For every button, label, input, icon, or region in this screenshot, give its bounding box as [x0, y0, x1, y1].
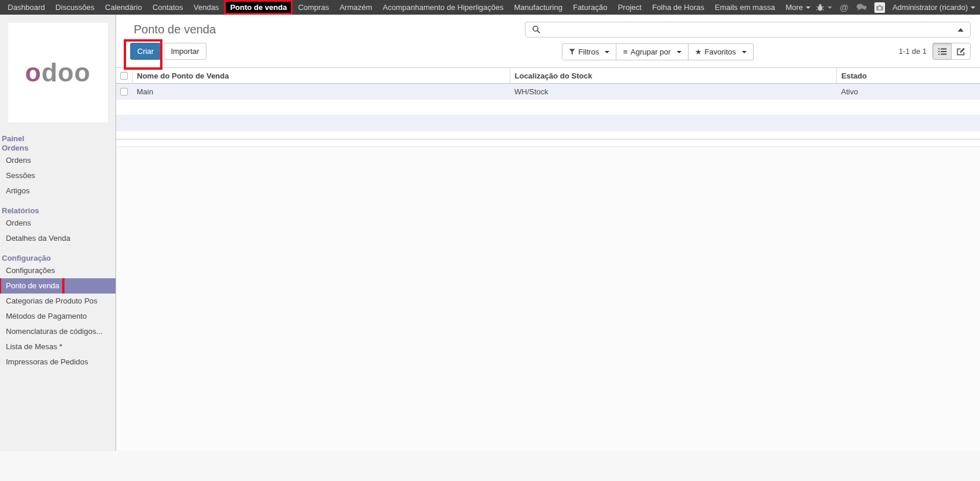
- chevron-down-icon: [806, 6, 811, 9]
- sidebar-item-artigos[interactable]: Artigos: [0, 183, 116, 199]
- view-switcher: [932, 43, 971, 60]
- pager-area: 1-1 de 1: [898, 43, 971, 60]
- row-checkbox[interactable]: [120, 88, 128, 95]
- nav-item-armazem[interactable]: Armazém: [334, 0, 378, 15]
- page-footer-band: [0, 451, 980, 481]
- topbar-right-tools: @ Administrator (ricardo): [816, 0, 980, 15]
- list-view-button[interactable]: [932, 43, 952, 60]
- top-nav-menu: Dashboard Discussões Calendário Contatos…: [0, 0, 816, 15]
- sidebar: odoo Painel Ordens Ordens Sessões Artigo…: [0, 15, 116, 451]
- search-bar[interactable]: [525, 22, 971, 37]
- search-expand-icon[interactable]: [958, 28, 964, 32]
- favorites-button[interactable]: ★ Favoritos: [688, 43, 754, 60]
- chevron-down-icon: [828, 6, 832, 9]
- logo-letter: o: [25, 58, 42, 87]
- action-buttons: Criar Importar: [130, 43, 206, 60]
- sidebar-item-ponto-de-venda[interactable]: Ponto de venda: [0, 278, 116, 294]
- filters-label: Filtros: [578, 47, 599, 57]
- sidebar-item-impressoras-pedidos[interactable]: Impressoras de Pedidos: [0, 354, 116, 370]
- sidebar-menu: Painel Ordens Ordens Sessões Artigos Rel…: [0, 134, 116, 370]
- import-button[interactable]: Importar: [164, 43, 206, 60]
- mention-icon[interactable]: @: [840, 2, 849, 12]
- main-content: Ponto de venda Criar Importar: [116, 15, 980, 451]
- control-panel-row-2: Criar Importar Filtros ≡ Agrupar por: [116, 43, 980, 60]
- sidebar-item-nomenclaturas-codigos[interactable]: Nomenclaturas de códigos...: [0, 324, 116, 339]
- sidebar-list-configuracao: Configurações Ponto de venda Categorias …: [0, 263, 116, 370]
- more-label: More: [785, 3, 803, 12]
- nav-item-vendas[interactable]: Vendas: [188, 0, 224, 15]
- column-header-state[interactable]: Estado: [836, 68, 980, 84]
- sidebar-item-ordens-relatorio[interactable]: Ordens: [0, 216, 116, 231]
- sidebar-section-configuracao: Configuração Configurações Ponto de vend…: [0, 254, 116, 370]
- nav-item-compras[interactable]: Compras: [293, 0, 334, 15]
- table-empty-row: [116, 100, 980, 115]
- odoo-logo: odoo: [8, 23, 108, 122]
- sidebar-item-detalhes-da-venda[interactable]: Detalhes da Venda: [0, 231, 116, 246]
- sidebar-item-metodos-pagamento[interactable]: Métodos de Pagamento: [0, 309, 116, 324]
- nav-item-calendario[interactable]: Calendário: [100, 0, 147, 15]
- chat-bubbles-glyph: [856, 4, 867, 11]
- debug-icon[interactable]: [816, 4, 832, 11]
- top-navbar: Dashboard Discussões Calendário Contatos…: [0, 0, 980, 15]
- sidebar-item-categorias-produto-pos[interactable]: Categorias de Produto Pos: [0, 294, 116, 309]
- group-by-icon: ≡: [623, 47, 628, 57]
- search-icon: [532, 25, 541, 34]
- nav-item-emails-em-massa[interactable]: Emails em massa: [710, 0, 781, 15]
- table-empty-row: [116, 115, 980, 131]
- search-input[interactable]: [545, 25, 958, 35]
- user-name-label: Administrator (ricardo): [893, 3, 968, 12]
- sidebar-section-painel: Painel: [0, 134, 116, 144]
- nav-item-folha-de-horas[interactable]: Folha de Horas: [647, 0, 710, 15]
- nav-item-more[interactable]: More: [780, 0, 816, 15]
- cell-location[interactable]: WH/Stock: [510, 84, 836, 100]
- nav-item-faturacao[interactable]: Faturação: [568, 0, 613, 15]
- column-header-location[interactable]: Localização do Stock: [510, 68, 836, 84]
- nav-item-manufacturing[interactable]: Manufacturing: [509, 0, 568, 15]
- camera-icon: [876, 5, 883, 11]
- content-lower-area: [116, 147, 980, 451]
- nav-item-discussoes[interactable]: Discussões: [50, 0, 100, 15]
- pager-label: 1-1 de 1: [898, 47, 927, 56]
- user-menu[interactable]: Administrator (ricardo): [893, 3, 976, 12]
- sidebar-header-painel[interactable]: Painel: [0, 134, 116, 144]
- chevron-down-icon: [971, 6, 975, 9]
- pos-list-table: Nome do Ponto de Venda Localização do St…: [116, 67, 980, 131]
- sidebar-item-sessoes[interactable]: Sessões: [0, 168, 116, 183]
- create-button[interactable]: Criar: [130, 43, 161, 60]
- filters-button[interactable]: Filtros: [562, 43, 616, 60]
- sidebar-item-ordens[interactable]: Ordens: [0, 153, 116, 168]
- nav-item-dashboard[interactable]: Dashboard: [2, 0, 50, 15]
- group-by-button[interactable]: ≡ Agrupar por: [616, 43, 688, 60]
- chevron-down-icon: [677, 51, 681, 53]
- chevron-down-icon: [605, 51, 609, 53]
- sidebar-item-lista-de-mesas[interactable]: Lista de Mesas *: [0, 339, 116, 354]
- filter-funnel-icon: [569, 49, 575, 55]
- messages-icon[interactable]: [856, 4, 867, 11]
- nav-item-project[interactable]: Project: [612, 0, 646, 15]
- sidebar-list-ordens: Ordens Sessões Artigos: [0, 153, 116, 199]
- group-by-label: Agrupar por: [630, 47, 671, 57]
- column-header-name[interactable]: Nome do Ponto de Venda: [132, 68, 510, 84]
- cell-state[interactable]: Ativo: [836, 84, 980, 100]
- favorites-label: Favoritos: [704, 47, 735, 57]
- sheet-bottom-edge: [116, 139, 980, 147]
- nav-item-acompanhamento-hiperligacoes[interactable]: Acompanhamento de Hiperligações: [378, 0, 509, 15]
- cell-name[interactable]: Main: [132, 84, 510, 100]
- table-row[interactable]: Main WH/Stock Ativo: [116, 84, 980, 100]
- control-panel-row-1: Ponto de venda: [116, 15, 980, 37]
- avatar[interactable]: [874, 2, 885, 13]
- nav-item-contatos[interactable]: Contatos: [147, 0, 188, 15]
- sidebar-header-relatorios[interactable]: Relatórios: [0, 206, 116, 216]
- page-title: Ponto de venda: [134, 22, 525, 37]
- sidebar-item-configuracoes[interactable]: Configurações: [0, 263, 116, 278]
- form-view-button[interactable]: [951, 43, 971, 60]
- sidebar-header-configuracao[interactable]: Configuração: [0, 254, 116, 263]
- sidebar-section-ordens: Ordens Ordens Sessões Artigos: [0, 144, 116, 199]
- list-view-icon: [938, 48, 947, 55]
- sidebar-list-relatorios: Ordens Detalhes da Venda: [0, 216, 116, 246]
- star-icon: ★: [695, 47, 702, 57]
- select-all-checkbox[interactable]: [120, 72, 128, 80]
- nav-item-ponto-de-venda[interactable]: Ponto de venda: [224, 0, 293, 15]
- sidebar-header-ordens[interactable]: Ordens: [0, 144, 116, 153]
- sidebar-section-relatorios: Relatórios Ordens Detalhes da Venda: [0, 206, 116, 246]
